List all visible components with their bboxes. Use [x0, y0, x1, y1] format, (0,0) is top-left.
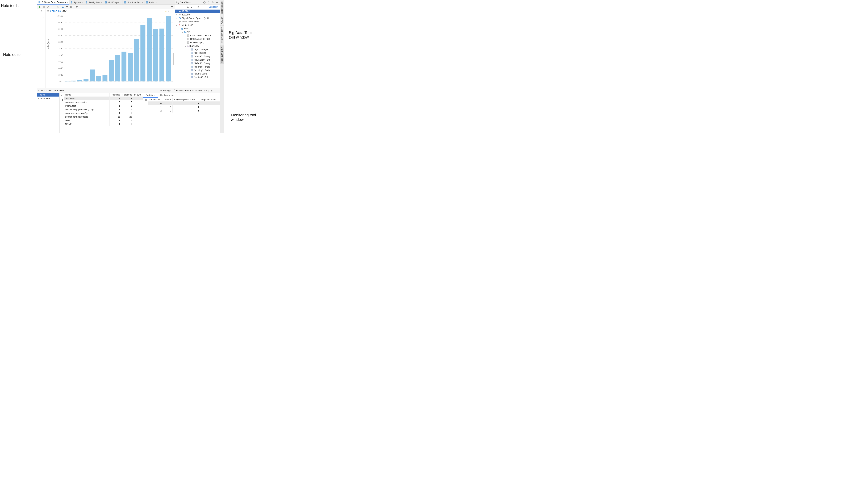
- gear-icon[interactable]: ⚙: [210, 89, 214, 93]
- tree-column[interactable]: "education" : Str: [175, 58, 220, 62]
- expand-icon[interactable]: ›: [176, 10, 178, 13]
- tree-column[interactable]: "loan" : String: [175, 72, 220, 76]
- tab-python[interactable]: Python ×: [69, 0, 84, 4]
- tab-partitions[interactable]: Partitions: [143, 93, 158, 97]
- settings-button[interactable]: Settings: [160, 89, 171, 92]
- stop-icon[interactable]: [42, 5, 46, 9]
- col-replicas[interactable]: Replicas: [109, 93, 121, 96]
- step-icon[interactable]: [57, 5, 61, 9]
- gear-icon[interactable]: ⚙: [211, 1, 215, 4]
- tab-multioutput[interactable]: MultiOutput ×: [103, 0, 123, 4]
- col-replicas-count[interactable]: Replicas coun: [200, 98, 219, 101]
- down-icon[interactable]: ˅: [172, 10, 173, 12]
- columns-icon[interactable]: [60, 98, 64, 102]
- tree-node-12[interactable]: ⌄ 12: [175, 30, 220, 34]
- table-row[interactable]: GZIP11: [64, 119, 143, 122]
- sidetab-database[interactable]: Database Explorer: [220, 26, 224, 46]
- nav-topics[interactable]: Topics: [37, 93, 59, 96]
- wrench-icon[interactable]: [190, 5, 194, 9]
- close-icon[interactable]: ×: [142, 1, 143, 4]
- tab-sparkjobtest[interactable]: SparkJobTest ×: [123, 0, 144, 4]
- close-icon[interactable]: ×: [82, 1, 83, 4]
- col-partition-id[interactable]: Partition id: [148, 98, 163, 101]
- eye-icon[interactable]: [60, 94, 64, 97]
- table-row[interactable]: docker-connect-status55: [64, 100, 143, 104]
- tree-node-file[interactable]: Untitled 7.png: [175, 41, 220, 44]
- collapse-icon[interactable]: ⌄: [176, 24, 178, 27]
- collapse-icon[interactable]: ⌄: [181, 30, 183, 34]
- tree-column[interactable]: "housing" : Strin: [175, 69, 220, 72]
- scrollbar[interactable]: [173, 53, 174, 65]
- table-row[interactable]: NONE11: [64, 122, 143, 126]
- kafka-connection-selector[interactable]: Kafka connection: [46, 89, 64, 92]
- inspection-badge[interactable]: ▲ 2 ˄ ˅: [165, 10, 173, 12]
- up-icon[interactable]: ˄: [170, 10, 171, 12]
- tab-configuration[interactable]: Configuration: [158, 93, 176, 97]
- expand-icon[interactable]: ›: [176, 13, 178, 16]
- tree-column[interactable]: "contact" : Strin: [175, 76, 220, 79]
- folder-icon[interactable]: [61, 5, 65, 9]
- col-partitions[interactable]: Partitions: [121, 93, 133, 96]
- tree-node-spark2[interactable]: › 39:9090: [175, 13, 220, 16]
- refresh-icon[interactable]: [186, 5, 190, 9]
- tree-node-kafka[interactable]: Kafka connection: [175, 20, 220, 24]
- col-insync[interactable]: In sync: [133, 93, 143, 96]
- add-icon[interactable]: ＋: [176, 5, 179, 9]
- tree-node-hello[interactable]: ⌄ Hello: [175, 27, 220, 30]
- hide-icon[interactable]: —: [215, 89, 218, 93]
- table-row[interactable]: 111: [148, 105, 220, 109]
- fold-chevron-icon[interactable]: ⌄: [43, 16, 45, 19]
- collapse-icon[interactable]: [206, 1, 210, 4]
- layout-icon[interactable]: [170, 5, 174, 9]
- columns-icon[interactable]: [144, 99, 148, 102]
- tree-column[interactable]: "job" : String: [175, 51, 220, 55]
- tree-node-do[interactable]: › Digital Ocean Spaces (bdid: [175, 16, 220, 20]
- close-icon[interactable]: ×: [101, 1, 102, 4]
- table-row[interactable]: TestTopic33: [64, 97, 143, 100]
- sidetab-bigdata[interactable]: D Big Data Tools: [220, 46, 224, 64]
- col-leader[interactable]: Leader: [163, 98, 173, 101]
- code-line[interactable]: ⊟ order by age: [48, 10, 66, 12]
- tab-pyth[interactable]: Pyth: [144, 0, 155, 4]
- sidetab-remote-host[interactable]: Remote Host: [220, 0, 224, 15]
- support-link[interactable]: Support ▾: [209, 5, 219, 8]
- tab-testpython[interactable]: TestPython ×: [84, 0, 103, 4]
- close-icon[interactable]: ×: [120, 1, 121, 4]
- close-icon[interactable]: ×: [67, 1, 68, 3]
- tree-node-file[interactable]: CsvConvert_2FYW4: [175, 34, 220, 37]
- refresh-zeppelin-icon[interactable]: [75, 5, 79, 9]
- table-row[interactable]: 211: [148, 109, 220, 113]
- sidetab-sciview[interactable]: SciView: [220, 15, 224, 25]
- list-icon[interactable]: [65, 5, 69, 9]
- table-row[interactable]: Pasha-test11: [64, 104, 143, 108]
- table-row[interactable]: docker-connect-configs11: [64, 111, 143, 115]
- gear-icon[interactable]: ⚙: [69, 5, 73, 9]
- collapse-icon[interactable]: ⌄: [178, 27, 180, 30]
- tree-node-csv[interactable]: ⌄ csv bank.csv: [175, 44, 220, 48]
- tree-column[interactable]: "default" : String: [175, 62, 220, 65]
- expand-icon[interactable]: ›: [176, 16, 178, 20]
- arrow-right-icon[interactable]: →: [52, 5, 56, 9]
- remove-icon[interactable]: −: [180, 5, 184, 9]
- refresh-button[interactable]: Refresh: every 30 seconds ▲▼: [173, 89, 207, 92]
- table-row[interactable]: 011: [148, 102, 220, 105]
- tree-column[interactable]: "age" : Integer: [175, 48, 220, 51]
- collapse-icon[interactable]: ⌄: [184, 44, 186, 48]
- tabs-overflow-chevron[interactable]: ⌄: [155, 1, 159, 4]
- tree-node-minio[interactable]: ⌄ Minio (test/): [175, 24, 220, 27]
- search-icon[interactable]: [196, 5, 200, 9]
- tree-column[interactable]: "balance" : Integ: [175, 65, 220, 69]
- target-icon[interactable]: [202, 1, 206, 4]
- col-insync-count[interactable]: In sync replicas count: [173, 98, 200, 101]
- tree-column[interactable]: "marital" : String: [175, 55, 220, 58]
- tab-spark-basic[interactable]: 2. Spark Basic Features ×: [37, 0, 69, 4]
- nav-consumers[interactable]: Consumers: [37, 96, 59, 100]
- run-all-icon[interactable]: [38, 5, 42, 9]
- flask-icon[interactable]: [46, 5, 50, 9]
- table-row[interactable]: docker-connect-offsets2525: [64, 115, 143, 119]
- tree-node-file[interactable]: Dataframes_2FX38: [175, 37, 220, 41]
- hide-icon[interactable]: —: [215, 1, 219, 4]
- tree-node-spark[interactable]: › 39:8282: [175, 10, 220, 13]
- col-name[interactable]: Name: [64, 93, 109, 96]
- table-row[interactable]: default_ksql_processing_log11: [64, 108, 143, 111]
